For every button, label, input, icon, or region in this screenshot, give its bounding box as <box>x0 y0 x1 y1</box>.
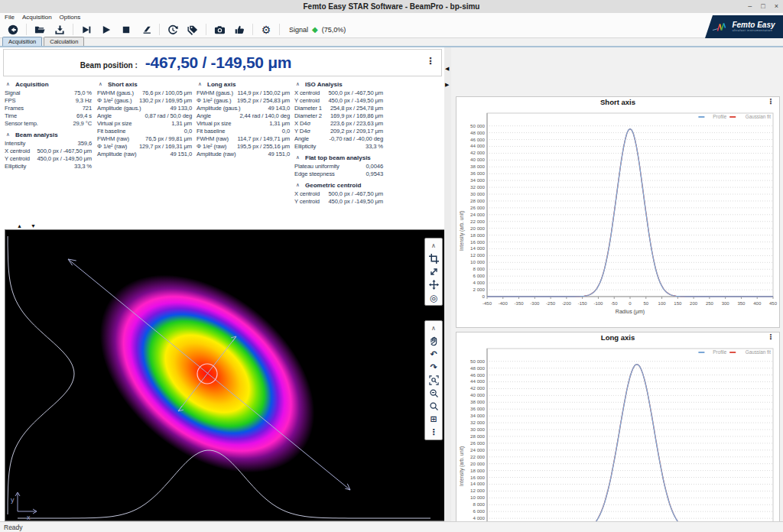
more-button[interactable]: ⋮ <box>426 426 441 439</box>
stat-row: X centroid500,0 px / -467,50 μm <box>294 190 383 197</box>
close-button[interactable]: × <box>775 3 778 10</box>
history-button[interactable] <box>163 22 183 37</box>
y-tick-label: 42 000 <box>470 150 485 155</box>
stat-label: Amplitude (raw) <box>97 151 136 157</box>
eraser-button[interactable] <box>136 22 156 37</box>
section-header-geometric-centroid[interactable]: ∧Geometric centroid <box>294 180 383 190</box>
redo-button[interactable]: ↷ <box>426 361 441 374</box>
beam-position-card: Beam position : -467,50 / -149,50 μm ⋮ <box>3 49 442 76</box>
y-tick-label: 44 000 <box>470 378 485 384</box>
zoom-out-button[interactable] <box>426 387 441 400</box>
stat-row: Intensity359,6 <box>5 139 92 147</box>
save-button[interactable] <box>50 22 70 37</box>
splitter-up-icon[interactable]: ▲ <box>17 223 22 229</box>
zoom-window-button[interactable]: ⊞ <box>426 413 441 426</box>
tab-acquisition[interactable]: Acquisition <box>2 37 42 46</box>
beam-position-menu-button[interactable]: ⋮ <box>426 57 435 66</box>
collapse-chevron-icon[interactable]: ∧ <box>294 81 305 87</box>
y-tick-label: 46 000 <box>470 137 485 142</box>
collapse-chevron-icon[interactable]: ∧ <box>97 81 108 87</box>
step-button[interactable] <box>76 22 96 37</box>
section-header-long-axis[interactable]: ∧Long axis <box>197 79 290 89</box>
y-tick-label: 42 000 <box>470 385 485 391</box>
beam-image-view[interactable]: ∨ yx∧◎∧↶↷⊞⋮ <box>5 229 446 521</box>
collapse-chevron-icon[interactable]: ∧ <box>294 154 305 161</box>
y-tick-label: 12 000 <box>470 488 485 493</box>
history-icon <box>167 24 178 35</box>
minimize-button[interactable]: – <box>748 3 752 10</box>
zoom-region-button[interactable] <box>426 374 441 387</box>
play-button[interactable] <box>96 22 116 37</box>
settings-button[interactable]: ⚙ <box>256 22 276 37</box>
collapse-chevron-icon[interactable]: ∧ <box>5 131 15 138</box>
open-button[interactable] <box>30 22 50 37</box>
move-button[interactable] <box>426 278 441 291</box>
y-tick-label: 30 000 <box>470 427 485 432</box>
stat-value: 49 151,0 <box>268 151 290 157</box>
beam-x-axis-label: x <box>27 514 31 521</box>
menu-options[interactable]: Options <box>60 14 81 21</box>
stop-button[interactable] <box>116 22 136 37</box>
chart-menu-button[interactable]: ⋮ <box>767 98 775 105</box>
zoom-in-button[interactable] <box>426 400 441 413</box>
menu-file[interactable]: File <box>5 14 15 21</box>
section-header-acquisition[interactable]: ∧Acquisition <box>5 79 92 89</box>
logo-zigzag-icon <box>713 21 729 33</box>
y-tick-label: 50 000 <box>470 123 485 128</box>
section-header-short-axis[interactable]: ∧Short axis <box>97 79 192 89</box>
stat-label: Y centroid <box>294 97 320 104</box>
section-header-beam-analysis[interactable]: ∧Beam analysis <box>5 130 92 139</box>
section-title: Geometric centroid <box>305 182 361 189</box>
camera-button[interactable] <box>210 22 229 37</box>
tab-calculation[interactable]: Calculation <box>44 37 84 46</box>
section-title: Long axis <box>207 81 236 88</box>
chart-menu-button[interactable]: ⋮ <box>767 333 775 341</box>
menu-acquisition[interactable]: Acquisition <box>22 14 52 21</box>
thumbs-up-button[interactable] <box>229 22 249 37</box>
stat-row: Edge steepness0,9543 <box>294 170 383 177</box>
signal-status-icon: ◆ <box>312 26 318 34</box>
stat-label: Sensor temp. <box>5 120 38 127</box>
y-tick-label: 24 000 <box>470 447 485 453</box>
maximize-button[interactable]: □ <box>761 3 765 10</box>
section-header-iso-analysis[interactable]: ∧ISO Analysis <box>294 79 383 89</box>
splitter-left-icon[interactable]: ◀ <box>445 66 449 71</box>
collapse-button[interactable]: ∧ <box>426 239 441 252</box>
undo-icon: ↶ <box>430 350 437 358</box>
y-tick-label: 4 000 <box>473 515 486 521</box>
y-tick-label: 0 <box>482 294 486 299</box>
expand-button[interactable] <box>426 265 441 278</box>
splitter-right-icon[interactable]: ▶ <box>445 82 449 87</box>
stat-label: FWHM (gaus.) <box>197 89 233 96</box>
redo-icon: ↷ <box>430 363 437 371</box>
collapse-chevron-icon[interactable]: ∧ <box>197 81 207 87</box>
x-tick-label: -350 <box>515 301 525 306</box>
chart-header: Short axis⋮ <box>456 97 779 107</box>
splitter-down-icon[interactable]: ▼ <box>31 223 36 229</box>
undo-button[interactable]: ↶ <box>426 348 441 361</box>
section-header-flat-top-beam-analysis[interactable]: ∧Flat top beam analysis <box>294 153 383 162</box>
y-tick-label: 18 000 <box>470 468 485 473</box>
open-icon <box>34 24 45 35</box>
stat-value: 69,4 s <box>76 112 92 119</box>
expand-icon <box>429 267 439 277</box>
hand-button[interactable] <box>426 335 441 348</box>
reset-button[interactable] <box>3 22 23 37</box>
crop-button[interactable] <box>426 252 441 265</box>
collapse-chevron-icon[interactable]: ∧ <box>294 182 305 188</box>
stat-row: Ellipticity33,3 % <box>5 162 92 170</box>
vertical-splitter[interactable]: ◀ ▶ <box>444 47 451 521</box>
stat-row: Y centroid450,0 px / -149,50 μm <box>294 197 383 205</box>
stat-label: Fit baseline <box>97 128 125 135</box>
y-tick-label: 16 000 <box>470 475 485 480</box>
stat-label: Edge steepness <box>294 170 335 177</box>
stat-label: Diameter 2 <box>294 112 322 119</box>
tags-button[interactable] <box>183 22 203 37</box>
collapse-chevron-icon[interactable]: ∧ <box>5 81 15 87</box>
stat-row: Angle0,87 rad / 50,0 deg <box>97 112 192 119</box>
collapse-button[interactable]: ∧ <box>426 322 441 335</box>
stat-value: 450,0 px / -149,50 μm <box>37 155 92 162</box>
target-button[interactable]: ◎ <box>426 291 441 304</box>
stat-row: Y centroid450,0 px / -149,50 μm <box>294 96 383 104</box>
target-icon: ◎ <box>430 294 437 303</box>
